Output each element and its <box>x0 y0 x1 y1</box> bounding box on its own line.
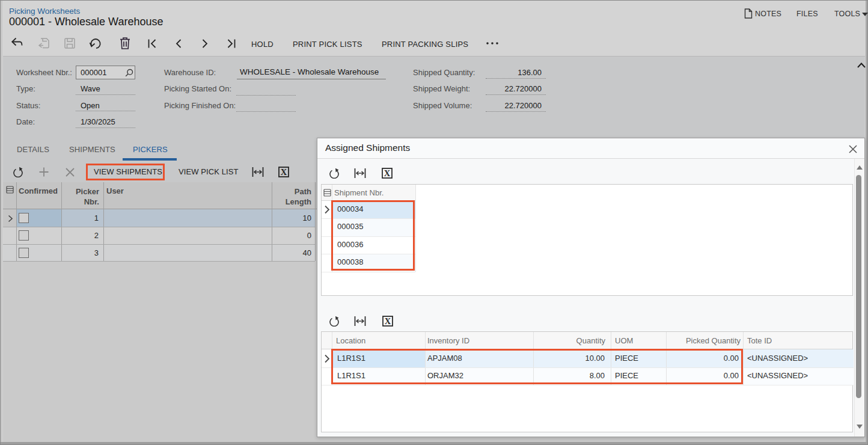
svg-text:X: X <box>384 168 391 178</box>
svg-text:X: X <box>385 316 391 326</box>
